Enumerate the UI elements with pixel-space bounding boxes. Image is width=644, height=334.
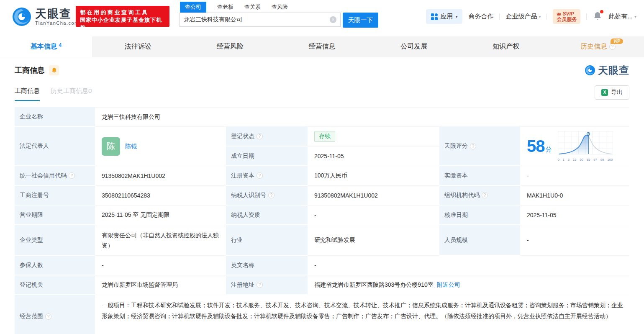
field-business-scope-value: 一般项目：工程和技术研究和试验发展；软件开发；技术服务、技术开发、技术咨询、技术… bbox=[95, 295, 629, 334]
search-button[interactable]: 天眼一下 bbox=[343, 13, 378, 28]
tab-intellectual-property[interactable]: 知识产权 bbox=[460, 36, 552, 57]
promo-line-2: 国家中小企业发展子基金旗下机构 bbox=[80, 16, 165, 31]
search-tab-relations[interactable]: 查关系 bbox=[244, 2, 261, 13]
tab-operating-risk[interactable]: 经营风险 bbox=[184, 36, 276, 57]
section-title: 工商信息 bbox=[15, 65, 45, 75]
svip-membership-badge[interactable]: SVIP 会员服务 bbox=[553, 9, 580, 24]
nav-business-cooperation[interactable]: 商务合作 bbox=[468, 13, 493, 21]
field-taxpayer-qual-value: - bbox=[308, 206, 439, 225]
caret-down-icon: ▾ bbox=[634, 14, 636, 19]
watermark-text: 天眼查 bbox=[598, 64, 629, 77]
field-company-type-label: 企业类型 bbox=[15, 225, 95, 256]
crown-icon bbox=[557, 12, 561, 16]
field-taxpayer-qual-label: 纳税人资质 bbox=[226, 206, 308, 225]
top-nav: 应用 ▾ 商务合作 企业级产品 ▾ SVIP 会员服务 bbox=[426, 9, 636, 24]
business-info-table: 企业名称 龙岩三快科技有限公司 法定代表人 陈 陈锟 登记状态 ? 存续 成立日… bbox=[15, 107, 629, 334]
tab-label: 历史信息 bbox=[580, 42, 607, 51]
caret-down-icon: ▾ bbox=[455, 14, 457, 19]
export-button[interactable]: X 导出 bbox=[595, 85, 629, 100]
tab-history-info[interactable]: VIP 历史信息 ? bbox=[552, 36, 644, 57]
field-taxpayer-id-label: 纳税人识别号 ? bbox=[226, 186, 308, 206]
content-area: 工商信息 天眼查 工商信息 历史工商信息0 X 导出 bbox=[0, 64, 644, 334]
field-legal-rep-label: 法定代表人 bbox=[15, 127, 95, 166]
legal-rep-link[interactable]: 陈锟 bbox=[125, 143, 137, 150]
field-industry-value: 研究和试验发展 bbox=[308, 225, 439, 256]
tianyancha-logo-icon bbox=[12, 7, 32, 27]
field-legal-rep-value: 陈 陈锟 bbox=[95, 127, 226, 166]
caret-down-icon: ▾ bbox=[539, 14, 541, 19]
question-icon[interactable]: ? bbox=[257, 133, 263, 139]
monitor-bell-icon[interactable] bbox=[49, 65, 59, 75]
tab-operating-info[interactable]: 经营信息 bbox=[276, 36, 368, 57]
vip-badge: VIP bbox=[611, 39, 623, 44]
export-label: 导出 bbox=[611, 89, 623, 96]
nav-divider bbox=[547, 14, 547, 20]
tab-label: 知识产权 bbox=[493, 42, 519, 51]
tianyancha-watermark: 天眼查 bbox=[585, 64, 629, 77]
tab-label: 经营风险 bbox=[217, 42, 244, 51]
field-reg-address-label: 注册地址 ? bbox=[226, 275, 308, 295]
field-approval-date-value: 2025-11-05 bbox=[520, 206, 629, 225]
question-icon[interactable]: ? bbox=[257, 172, 263, 179]
field-reg-number-label: 工商注册号 bbox=[15, 186, 95, 206]
enterprise-label: 企业级产品 bbox=[505, 13, 537, 21]
promo-line-1: 都在用的商业查询工具 bbox=[80, 9, 165, 16]
field-score-value: 58 分 bbox=[520, 127, 629, 166]
field-credit-code-label: 统一社会信用代码 ? bbox=[15, 166, 95, 186]
search-tab-boss[interactable]: 查老板 bbox=[217, 2, 233, 13]
search-tab-company[interactable]: 查公司 bbox=[180, 2, 206, 13]
nav-enterprise-products[interactable]: 企业级产品 ▾ bbox=[505, 13, 541, 21]
tab-basic-info[interactable]: 基本信息 4 bbox=[0, 36, 92, 57]
field-staff-size-value: - bbox=[520, 225, 629, 256]
apps-menu[interactable]: 应用 ▾ bbox=[426, 9, 462, 24]
apps-grid-icon bbox=[431, 13, 438, 20]
field-staff-size-label: 人员规模 bbox=[439, 225, 520, 256]
brand-domain: TianYanCha.com bbox=[35, 21, 79, 26]
field-english-name-label: 英文名称 bbox=[226, 256, 308, 275]
field-reg-capital-value: 100万人民币 bbox=[308, 166, 439, 186]
field-business-term-label: 营业期限 bbox=[15, 206, 95, 225]
field-org-code-value: MAK1H1U0-0 bbox=[520, 186, 629, 206]
nearby-companies-link[interactable]: 附近公司 bbox=[437, 281, 460, 289]
company-detail-tabs: 基本信息 4 法律诉讼 经营风险 经营信息 公司发展 知识产权 VIP 历史信息… bbox=[0, 36, 644, 57]
user-menu[interactable]: 此处有... ▾ bbox=[608, 13, 636, 21]
subtab-business-info[interactable]: 工商信息 bbox=[15, 87, 40, 101]
score-number: 58 bbox=[527, 137, 545, 156]
status-badge: 存续 bbox=[314, 131, 335, 142]
question-icon[interactable]: ? bbox=[45, 313, 51, 320]
question-icon[interactable]: ? bbox=[257, 282, 263, 288]
question-icon[interactable]: ? bbox=[482, 192, 488, 198]
legal-rep-avatar[interactable]: 陈 bbox=[102, 137, 120, 156]
field-paid-capital-label: 实缴资本 bbox=[439, 166, 520, 186]
nav-divider bbox=[499, 14, 500, 20]
question-icon[interactable]: ? bbox=[609, 44, 616, 50]
nav-divider bbox=[586, 14, 587, 20]
field-insured-count-value: - bbox=[95, 256, 226, 275]
notification-dot bbox=[600, 10, 603, 13]
field-taxpayer-id-value: 91350802MAK1H1U002 bbox=[308, 186, 439, 206]
field-industry-label: 行业 bbox=[226, 225, 308, 256]
clear-icon[interactable]: ✕ bbox=[330, 16, 336, 23]
field-english-name-value: - bbox=[308, 256, 629, 275]
question-icon[interactable]: ? bbox=[69, 172, 75, 179]
field-reg-authority-label: 登记机关 bbox=[15, 275, 95, 295]
tianyancha-logo[interactable]: 天眼查 TianYanCha.com bbox=[12, 7, 79, 27]
tab-label: 公司发展 bbox=[400, 42, 427, 51]
field-company-name-label: 企业名称 bbox=[15, 108, 95, 127]
notification-bell-icon[interactable] bbox=[593, 11, 602, 22]
tab-company-development[interactable]: 公司发展 bbox=[368, 36, 460, 57]
score-distribution-chart: 01 315 5085 9799 100 bbox=[558, 131, 613, 162]
tab-label: 法律诉讼 bbox=[125, 42, 151, 51]
field-reg-capital-label: 注册资本 ? bbox=[226, 166, 308, 186]
field-company-name-value: 龙岩三快科技有限公司 bbox=[95, 108, 629, 127]
search-input[interactable] bbox=[179, 13, 341, 27]
svip-label: SVIP bbox=[562, 11, 574, 17]
subtab-history-business-info[interactable]: 历史工商信息0 bbox=[51, 87, 92, 101]
question-icon[interactable]: ? bbox=[268, 192, 275, 198]
field-est-date-value: 2025-11-05 bbox=[308, 146, 439, 166]
search-tab-risk[interactable]: 查风险 bbox=[272, 2, 288, 13]
field-insured-count-label: 参保人数 bbox=[15, 256, 95, 275]
tab-legal-proceedings[interactable]: 法律诉讼 bbox=[92, 36, 184, 57]
question-icon[interactable]: ? bbox=[470, 143, 476, 149]
svip-sublabel: 会员服务 bbox=[557, 17, 577, 22]
